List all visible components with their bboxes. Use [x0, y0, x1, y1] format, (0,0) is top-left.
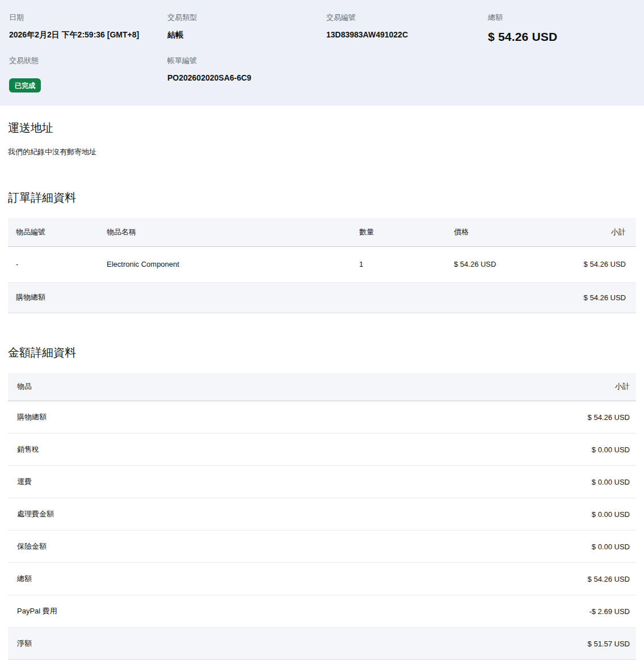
summary-field-date: 日期 2026年2月2日 下午2:59:36 [GMT+8]: [9, 12, 167, 56]
summary-field-total: 總額 $ 54.26 USD: [488, 12, 635, 56]
amount-row-label: 購物總額: [8, 401, 322, 434]
col-header-price: 價格: [454, 218, 562, 246]
amount-row-label: 處理費金額: [8, 498, 322, 531]
amount-row-total: 總額 $ 54.26 USD: [8, 563, 636, 595]
transaction-status-label: 交易狀態: [9, 56, 167, 66]
amount-row-value: $ 0.00 USD: [322, 466, 637, 498]
transaction-type-label: 交易類型: [167, 12, 326, 23]
amount-row-label: 保險金額: [8, 531, 322, 563]
total-label: 總額: [488, 12, 635, 23]
purchase-total-label: 購物總額: [8, 282, 562, 313]
amount-row-label: 總額: [8, 563, 322, 595]
order-table-header: 物品編號 物品名稱 數量 價格 小計: [8, 218, 636, 246]
table-row: - Electronic Component 1 $ 54.26 USD $ 5…: [8, 246, 636, 282]
amount-row-label: 銷售稅: [8, 434, 322, 466]
order-table-body: - Electronic Component 1 $ 54.26 USD $ 5…: [8, 246, 636, 282]
col-header-quantity: 數量: [359, 218, 454, 246]
amount-row-label: PayPal 費用: [8, 595, 322, 628]
col-header-item-number: 物品編號: [8, 218, 107, 246]
amount-row-value: $ 54.26 USD: [322, 563, 637, 595]
shipping-address-title: 運送地址: [8, 120, 636, 136]
date-label: 日期: [9, 12, 167, 23]
invoice-id-label: 帳單編號: [167, 56, 326, 66]
invoice-id-value: PO202602020SA6-6C9: [167, 73, 326, 82]
amount-row-insurance: 保險金額 $ 0.00 USD: [8, 531, 636, 563]
summary-field-type: 交易類型 結帳: [167, 12, 326, 56]
col-header-item: 物品: [8, 373, 322, 401]
amount-row-sales-tax: 銷售稅 $ 0.00 USD: [8, 434, 636, 466]
purchase-total-row: 購物總額 $ 54.26 USD: [8, 282, 636, 313]
item-name-cell: Electronic Component: [107, 246, 359, 282]
net-amount-row: 淨額 $ 51.57 USD: [8, 628, 636, 660]
status-badge: 已完成: [9, 78, 41, 93]
transaction-type-value: 結帳: [167, 30, 326, 40]
amount-table-body: 購物總額 $ 54.26 USD 銷售稅 $ 0.00 USD 運費 $ 0.0…: [8, 401, 636, 660]
amount-details-table: 物品 小計 購物總額 $ 54.26 USD 銷售稅 $ 0.00 USD 運費…: [8, 373, 636, 660]
item-number-cell: -: [8, 246, 107, 282]
shipping-address-message: 我們的紀錄中沒有郵寄地址: [8, 147, 636, 157]
summary-field-status: 交易狀態 已完成: [9, 56, 167, 93]
col-header-subtotal: 小計: [562, 218, 636, 246]
amount-row-shipping-fee: 運費 $ 0.00 USD: [8, 466, 636, 498]
net-amount-label: 淨額: [8, 628, 322, 660]
order-header-row: 物品編號 物品名稱 數量 價格 小計: [8, 218, 636, 246]
order-details-section: 訂單詳細資料 物品編號 物品名稱 數量 價格 小計 - Electronic C…: [8, 190, 636, 313]
col-header-item-name: 物品名稱: [107, 218, 359, 246]
item-quantity-cell: 1: [359, 246, 454, 282]
net-amount-value: $ 51.57 USD: [322, 628, 637, 660]
item-price-cell: $ 54.26 USD: [454, 246, 562, 282]
transaction-summary-band: 日期 2026年2月2日 下午2:59:36 [GMT+8] 交易類型 結帳 交…: [0, 0, 644, 106]
amount-row-value: $ 0.00 USD: [322, 434, 637, 466]
item-subtotal-cell: $ 54.26 USD: [562, 246, 636, 282]
shipping-address-section: 運送地址 我們的紀錄中沒有郵寄地址: [8, 106, 636, 157]
amount-row-paypal-fee: PayPal 費用 -$ 2.69 USD: [8, 595, 636, 628]
amount-row-value: $ 0.00 USD: [322, 498, 637, 531]
amount-row-label: 運費: [8, 466, 322, 498]
order-details-table: 物品編號 物品名稱 數量 價格 小計 - Electronic Componen…: [8, 218, 636, 313]
amount-details-section: 金額詳細資料 物品 小計 購物總額 $ 54.26 USD 銷售稅 $ 0.00…: [8, 345, 636, 660]
amount-row-value: $ 54.26 USD: [322, 401, 637, 434]
summary-field-txn-id: 交易編號 13D83983AW491022C: [326, 12, 488, 56]
amount-row-purchase-total: 購物總額 $ 54.26 USD: [8, 401, 636, 434]
amount-row-value: $ 0.00 USD: [322, 531, 637, 563]
col-header-amount-subtotal: 小計: [322, 373, 637, 401]
amount-details-title: 金額詳細資料: [8, 345, 636, 360]
transaction-id-label: 交易編號: [326, 12, 488, 23]
amount-row-value: -$ 2.69 USD: [322, 595, 637, 628]
order-table-footer: 購物總額 $ 54.26 USD: [8, 282, 636, 313]
amount-table-header: 物品 小計: [8, 373, 636, 401]
date-value: 2026年2月2日 下午2:59:36 [GMT+8]: [9, 30, 167, 40]
amount-header-row: 物品 小計: [8, 373, 636, 401]
transaction-id-value: 13D83983AW491022C: [326, 30, 488, 39]
summary-field-invoice: 帳單編號 PO202602020SA6-6C9: [167, 56, 326, 93]
total-amount-value: $ 54.26 USD: [488, 30, 635, 44]
amount-row-handling-fee: 處理費金額 $ 0.00 USD: [8, 498, 636, 531]
order-details-title: 訂單詳細資料: [8, 190, 636, 205]
purchase-total-value: $ 54.26 USD: [562, 282, 636, 313]
